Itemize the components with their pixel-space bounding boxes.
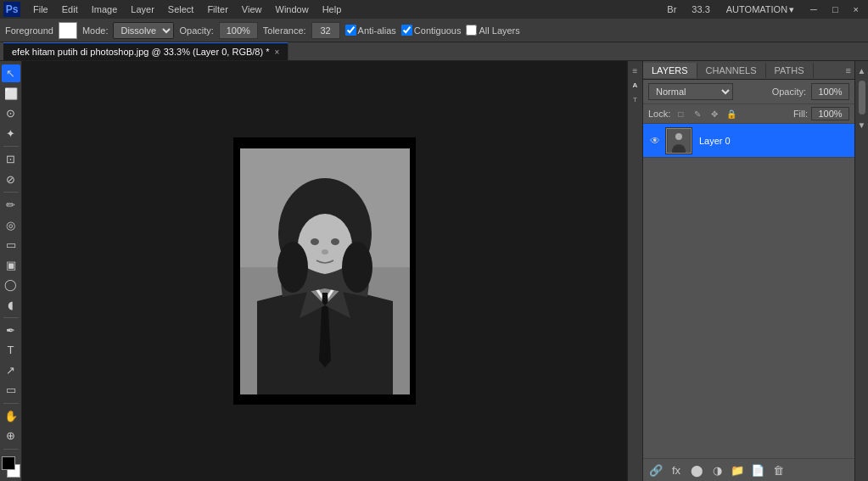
clone-tool[interactable]: ◎: [2, 215, 20, 233]
color-btn[interactable]: A: [630, 79, 641, 91]
document-tab[interactable]: efek hitam putih di photoshop.jpg @ 33.3…: [3, 42, 288, 60]
scroll-thumb[interactable]: [859, 81, 865, 115]
anti-alias-checkbox-label[interactable]: Anti-alias: [345, 25, 396, 36]
mode-select[interactable]: Dissolve: [113, 22, 174, 39]
pen-tool[interactable]: ✒: [2, 322, 20, 339]
menu-file[interactable]: File: [27, 3, 54, 16]
eyedropper-tool[interactable]: ⊘: [2, 170, 20, 187]
bridge-btn[interactable]: Br: [661, 3, 682, 16]
new-group-btn[interactable]: 📁: [730, 462, 745, 478]
contiguous-checkbox[interactable]: [401, 25, 412, 36]
zoom-tool[interactable]: ⊕: [2, 427, 20, 445]
tool-separator-1: [3, 146, 19, 147]
svg-point-4: [311, 238, 319, 245]
add-style-btn[interactable]: fx: [669, 462, 684, 478]
tool-label: Foreground: [5, 25, 53, 36]
path-tool[interactable]: ↗: [2, 361, 20, 379]
lasso-tool[interactable]: ⊙: [2, 104, 20, 122]
lock-pixels-btn[interactable]: ✎: [691, 107, 704, 120]
tab-layers[interactable]: LAYERS: [643, 63, 697, 78]
tab-close-btn[interactable]: ×: [274, 48, 279, 57]
lock-row: Lock: □ ✎ ✥ 🔒 Fill:: [643, 104, 854, 124]
svg-point-9: [342, 242, 372, 293]
tolerance-input[interactable]: [311, 22, 340, 39]
menu-window[interactable]: Window: [270, 3, 315, 16]
text-tool[interactable]: T: [2, 341, 20, 359]
link-layers-btn[interactable]: 🔗: [648, 462, 664, 478]
toolbar: Foreground Mode: Dissolve Opacity: Toler…: [0, 19, 868, 42]
automation-label: AUTOMATION ▾: [720, 3, 801, 17]
menu-filter[interactable]: Filter: [201, 3, 233, 16]
layer-list: 👁 Layer 0: [643, 124, 854, 458]
dodge-tool[interactable]: ◖: [2, 295, 20, 313]
contiguous-checkbox-label[interactable]: Contiguous: [401, 25, 462, 36]
marquee-tool[interactable]: ⬜: [2, 84, 20, 102]
lock-label: Lock:: [648, 109, 670, 119]
close-btn[interactable]: ×: [848, 3, 865, 16]
lock-position-btn[interactable]: ✥: [708, 107, 721, 120]
shape-tool[interactable]: ▭: [2, 381, 20, 399]
blur-tool[interactable]: ◯: [2, 276, 20, 294]
move-tool[interactable]: ↖: [2, 64, 20, 82]
gradient-tool[interactable]: ▣: [2, 255, 20, 273]
brush-tool[interactable]: ✏: [2, 196, 20, 214]
photo-svg: [240, 148, 410, 394]
scroll-down-btn[interactable]: ▼: [856, 119, 868, 131]
layer-name-label: Layer 0: [699, 136, 731, 146]
layer-visibility-btn[interactable]: 👁: [648, 134, 662, 148]
panel-toggle-btn[interactable]: ≡: [630, 64, 641, 76]
canvas-area[interactable]: [22, 61, 627, 481]
menu-select[interactable]: Select: [162, 3, 200, 16]
minimize-btn[interactable]: ─: [804, 3, 823, 16]
foreground-color-swatch[interactable]: [59, 22, 77, 39]
canvas-background: [233, 137, 416, 405]
crop-tool[interactable]: ⊡: [2, 150, 20, 168]
tab-paths[interactable]: PATHS: [766, 63, 814, 78]
layer-item-0[interactable]: 👁 Layer 0: [643, 124, 854, 158]
tool-separator-4: [3, 403, 19, 404]
magic-wand-tool[interactable]: ✦: [2, 124, 20, 142]
restore-btn[interactable]: □: [826, 3, 844, 16]
menu-layer[interactable]: Layer: [125, 3, 160, 16]
panel-scroll-strip: ▲ ▼: [854, 61, 868, 481]
lock-all-btn[interactable]: 🔒: [725, 107, 738, 120]
menu-image[interactable]: Image: [86, 3, 124, 16]
scroll-up-btn[interactable]: ▲: [856, 64, 868, 76]
mode-label: Mode:: [82, 25, 109, 36]
menu-edit[interactable]: Edit: [56, 3, 84, 16]
tolerance-label: Tolerance:: [263, 25, 306, 36]
panel-bottom-bar: 🔗 fx ⬤ ◑ 📁 📄 🗑: [643, 458, 854, 481]
new-layer-btn[interactable]: 📄: [750, 462, 765, 478]
panel-collapse-btn[interactable]: ≡: [843, 65, 854, 76]
opacity-input-panel[interactable]: [811, 83, 849, 100]
add-mask-btn[interactable]: ⬤: [689, 462, 704, 478]
zoom-level[interactable]: 33.3: [686, 3, 715, 16]
foreground-color-swatch-tools[interactable]: [2, 456, 15, 470]
menu-help[interactable]: Help: [316, 3, 348, 16]
hand-tool[interactable]: ✋: [2, 407, 20, 425]
delete-layer-btn[interactable]: 🗑: [770, 462, 786, 478]
tool-separator-2: [3, 192, 19, 193]
blend-mode-select[interactable]: Normal: [648, 83, 733, 100]
opacity-input[interactable]: [219, 22, 258, 39]
tool-separator-5: [3, 449, 19, 450]
eraser-tool[interactable]: ▭: [2, 236, 20, 254]
opacity-label: Opacity:: [772, 87, 806, 97]
new-fill-btn[interactable]: ◑: [709, 462, 725, 478]
all-layers-checkbox[interactable]: [466, 25, 477, 36]
all-layers-checkbox-label[interactable]: All Layers: [466, 25, 519, 36]
right-tools-strip: ≡ A T: [627, 61, 642, 481]
fill-input[interactable]: [811, 107, 849, 120]
menu-view[interactable]: View: [236, 3, 268, 16]
svg-point-5: [331, 238, 339, 245]
tab-channels[interactable]: CHANNELS: [697, 63, 766, 78]
right-panel: LAYERS CHANNELS PATHS ≡ Normal Opacity: …: [642, 61, 854, 481]
tab-bar: efek hitam putih di photoshop.jpg @ 33.3…: [0, 42, 868, 61]
layer-thumbnail: [665, 127, 692, 154]
anti-alias-checkbox[interactable]: [345, 25, 356, 36]
layer-thumb-preview: [667, 129, 691, 153]
lock-transparent-btn[interactable]: □: [674, 107, 687, 120]
text-options-btn[interactable]: T: [630, 93, 641, 105]
main-area: ↖ ⬜ ⊙ ✦ ⊡ ⊘ ✏ ◎ ▭ ▣ ◯ ◖ ✒ T ↗ ▭ ✋ ⊕: [0, 61, 868, 481]
left-toolbar: ↖ ⬜ ⊙ ✦ ⊡ ⊘ ✏ ◎ ▭ ▣ ◯ ◖ ✒ T ↗ ▭ ✋ ⊕: [0, 61, 22, 481]
